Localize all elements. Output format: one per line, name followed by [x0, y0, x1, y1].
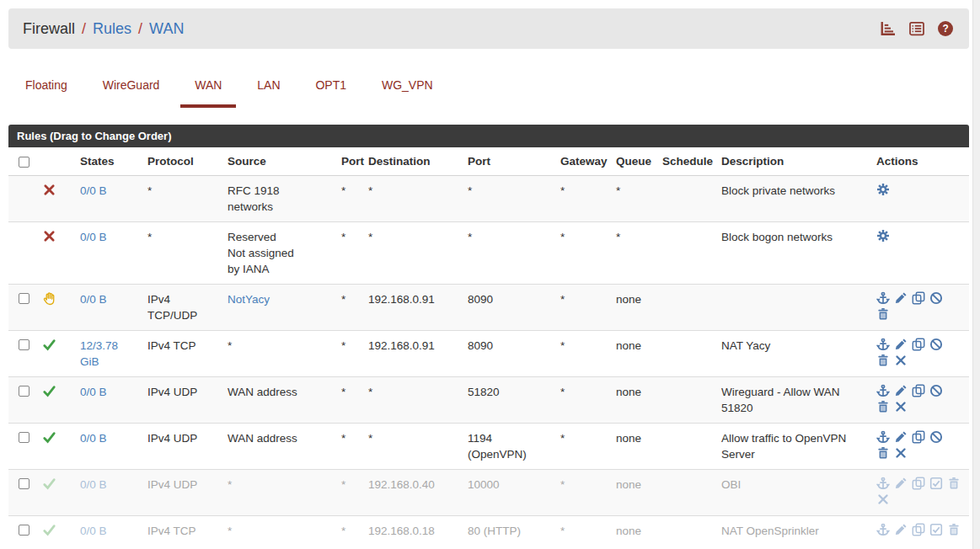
breadcrumb-link-rules[interactable]: Rules — [93, 20, 131, 38]
source-port-value: * — [337, 470, 364, 516]
rule-select-checkbox[interactable] — [19, 478, 29, 489]
source-port-value: * — [337, 222, 364, 285]
edit-icon[interactable] — [894, 477, 908, 490]
copy-icon[interactable] — [912, 384, 925, 397]
edit-icon[interactable] — [894, 384, 908, 397]
edit-icon[interactable] — [894, 430, 908, 444]
description-value: Block bogon networks — [717, 222, 872, 285]
tab-wireguard[interactable]: WireGuard — [103, 78, 160, 93]
description-value: OBI — [717, 470, 872, 516]
queue-value: none — [612, 377, 658, 424]
rule-actions-cell — [872, 516, 969, 549]
anchor-icon[interactable] — [876, 384, 890, 397]
col-dest-port: Port — [463, 147, 556, 176]
source-alias-link[interactable]: NotYacy — [228, 293, 270, 306]
pass-icon — [42, 384, 56, 398]
states-link[interactable]: 0/0 B — [80, 293, 107, 306]
breadcrumb-section: Firewall — [23, 20, 75, 38]
copy-icon[interactable] — [912, 291, 925, 305]
kill-icon[interactable] — [894, 400, 908, 413]
delete-icon[interactable] — [876, 400, 890, 413]
action-line — [876, 384, 962, 397]
disable-icon[interactable] — [929, 338, 943, 351]
gateway-value: * — [556, 424, 612, 470]
disable-icon[interactable] — [929, 430, 943, 444]
disable-icon[interactable] — [929, 291, 943, 305]
rule-state-cell — [38, 176, 76, 222]
copy-icon[interactable] — [912, 523, 925, 536]
schedule-value — [658, 470, 717, 516]
status-chart-icon[interactable] — [880, 20, 897, 37]
breadcrumb-link-wan[interactable]: WAN — [149, 20, 184, 38]
delete-icon[interactable] — [876, 446, 890, 460]
anchor-icon[interactable] — [876, 477, 890, 490]
states-link[interactable]: 0/0 B — [80, 231, 107, 243]
gateway-value: * — [556, 331, 612, 377]
dest-port-value: 8090 — [463, 285, 556, 331]
kill-icon[interactable] — [876, 493, 890, 506]
table-header-row: States Protocol Source Port Destination … — [8, 147, 969, 176]
anchor-icon[interactable] — [876, 291, 890, 305]
rule-select-checkbox[interactable] — [19, 386, 29, 397]
protocol-value: IPv4 TCP — [143, 331, 223, 377]
rule-select-cell — [8, 424, 38, 470]
action-line — [876, 183, 962, 196]
edit-icon[interactable] — [894, 291, 908, 305]
queue-value: * — [612, 176, 658, 222]
gear-icon[interactable] — [876, 229, 890, 243]
select-all-checkbox[interactable] — [19, 157, 29, 168]
help-icon[interactable]: ? — [937, 20, 954, 37]
destination-value: * — [364, 176, 463, 222]
select-all-header — [8, 147, 38, 176]
enable-icon[interactable] — [929, 477, 943, 490]
enable-icon[interactable] — [929, 523, 943, 536]
rule-actions-cell — [872, 331, 969, 377]
gear-icon[interactable] — [876, 183, 890, 196]
copy-icon[interactable] — [912, 338, 925, 351]
kill-icon[interactable] — [894, 354, 908, 367]
states-link[interactable]: 0/0 B — [80, 386, 107, 398]
tab-wg-vpn[interactable]: WG_VPN — [382, 78, 433, 93]
tab-wan[interactable]: WAN — [195, 78, 222, 93]
copy-icon[interactable] — [912, 430, 925, 444]
delete-icon[interactable] — [876, 354, 890, 367]
states-link[interactable]: 0/0 B — [80, 478, 107, 491]
states-link[interactable]: 12/3.78 GiB — [80, 339, 118, 368]
schedule-value — [658, 516, 717, 549]
action-line — [876, 446, 962, 460]
vertical-scrollbar[interactable] — [972, 0, 980, 549]
rule-select-checkbox[interactable] — [19, 432, 29, 443]
rule-select-checkbox[interactable] — [19, 293, 29, 304]
copy-icon[interactable] — [912, 477, 925, 490]
delete-icon[interactable] — [947, 477, 961, 490]
states-link[interactable]: 0/0 B — [80, 432, 107, 445]
rule-select-checkbox[interactable] — [19, 339, 29, 350]
anchor-icon[interactable] — [876, 523, 890, 536]
rule-state-cell — [38, 470, 76, 516]
edit-icon[interactable] — [894, 338, 908, 351]
action-line — [876, 493, 962, 506]
breadcrumb-separator: / — [82, 20, 86, 38]
delete-icon[interactable] — [876, 307, 890, 321]
kill-icon[interactable] — [894, 446, 908, 460]
rule-row: 0/0 BIPv4 UDPWAN address**1194 (OpenVPN)… — [8, 424, 969, 470]
breadcrumb-separator: / — [138, 20, 142, 38]
source-value: * — [223, 331, 337, 377]
tab-lan[interactable]: LAN — [257, 78, 280, 93]
states-link[interactable]: 0/0 B — [80, 525, 107, 537]
rule-select-checkbox[interactable] — [19, 525, 29, 536]
tab-opt1[interactable]: OPT1 — [315, 78, 346, 93]
action-line — [876, 291, 962, 305]
delete-icon[interactable] — [947, 523, 961, 536]
anchor-icon[interactable] — [876, 338, 890, 351]
rule-state-cell — [38, 377, 76, 424]
edit-icon[interactable] — [894, 523, 908, 536]
rule-actions-cell — [872, 377, 969, 424]
queue-value: none — [612, 470, 658, 516]
anchor-icon[interactable] — [876, 430, 890, 444]
interface-tabs: Floating WireGuard WAN LAN OPT1 WG_VPN — [25, 78, 465, 93]
states-link[interactable]: 0/0 B — [80, 184, 107, 197]
disable-icon[interactable] — [929, 384, 943, 397]
tab-floating[interactable]: Floating — [25, 78, 67, 93]
log-list-icon[interactable] — [908, 20, 925, 37]
